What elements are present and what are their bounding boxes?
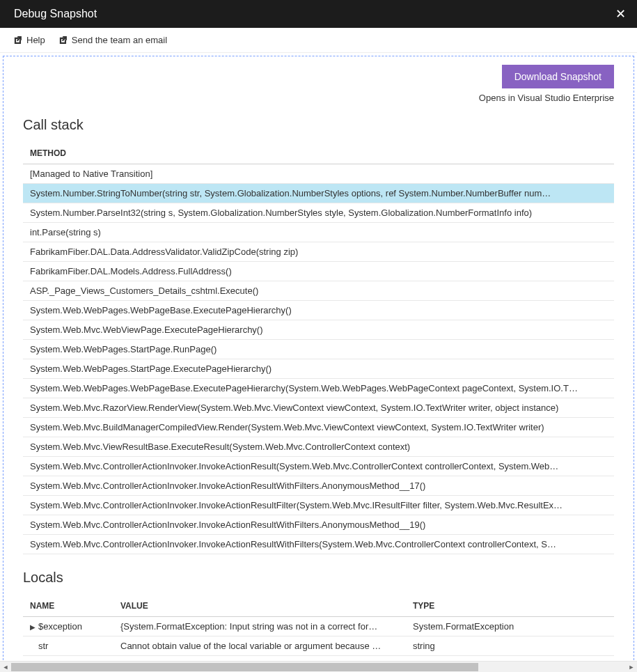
callstack-method: System.Web.WebPages.StartPage.ExecutePag… [23, 359, 614, 379]
locals-row[interactable]: ▶$exception{System.FormatException: Inpu… [23, 617, 614, 636]
callstack-row[interactable]: System.Number.StringToNumber(string str,… [23, 184, 614, 203]
help-label: Help [26, 35, 45, 45]
locals-type: string [406, 636, 614, 656]
callstack-method: System.Web.Mvc.ControllerActionInvoker.I… [23, 535, 614, 554]
callstack-row[interactable]: System.Web.WebPages.StartPage.RunPage() [23, 340, 614, 359]
callstack-row[interactable]: System.Web.Mvc.ControllerActionInvoker.I… [23, 535, 614, 554]
scroll-left-icon[interactable]: ◄ [0, 662, 11, 673]
locals-value: Cannot obtain value of the local variabl… [113, 656, 406, 662]
locals-row[interactable]: optionsCannot obtain value of the local … [23, 656, 614, 662]
callstack-row[interactable]: FabrikamFiber.DAL.Models.Address.FullAdd… [23, 262, 614, 281]
callstack-row[interactable]: int.Parse(string s) [23, 223, 614, 242]
locals-name: str [23, 636, 113, 656]
locals-name: options [23, 656, 113, 662]
callstack-header-method: METHOD [23, 143, 614, 164]
callstack-row[interactable]: [Managed to Native Transition] [23, 164, 614, 184]
scroll-track[interactable] [11, 662, 626, 672]
callstack-method: System.Web.Mvc.ControllerActionInvoker.I… [23, 515, 614, 535]
callstack-method: System.Web.Mvc.BuildManagerCompiledView.… [23, 418, 614, 437]
scroll-right-icon[interactable]: ► [626, 662, 637, 673]
callstack-method: System.Web.Mvc.WebViewPage.ExecutePageHi… [23, 320, 614, 340]
callstack-title: Call stack [23, 117, 614, 133]
download-snapshot-button[interactable]: Download Snapshot [502, 65, 614, 88]
content-scroll[interactable]: Download Snapshot Opens in Visual Studio… [0, 53, 637, 661]
locals-table: NAME VALUE TYPE ▶$exception{System.Forma… [23, 595, 614, 661]
horizontal-scrollbar[interactable]: ◄ ► [0, 661, 637, 672]
callstack-row[interactable]: System.Web.WebPages.WebPageBase.ExecuteP… [23, 301, 614, 320]
window-title: Debug Snapshot [14, 8, 97, 20]
toolbar: Help Send the team an email [0, 28, 637, 53]
content-panel: Download Snapshot Opens in Visual Studio… [3, 56, 634, 661]
callstack-row[interactable]: System.Web.Mvc.BuildManagerCompiledView.… [23, 418, 614, 437]
locals-type: System.FormatException [406, 617, 614, 636]
locals-value: Cannot obtain value of the local variabl… [113, 636, 406, 656]
top-action-area: Download Snapshot Opens in Visual Studio… [23, 65, 614, 103]
locals-name: ▶$exception [23, 617, 113, 636]
callstack-table: METHOD [Managed to Native Transition]Sys… [23, 143, 614, 554]
callstack-row[interactable]: System.Web.Mvc.WebViewPage.ExecutePageHi… [23, 320, 614, 340]
locals-header-type: TYPE [406, 595, 614, 617]
callstack-row[interactable]: ASP._Page_Views_Customers_Details_cshtml… [23, 281, 614, 301]
callstack-method: [Managed to Native Transition] [23, 164, 614, 184]
locals-value: {System.FormatException: Input string wa… [113, 617, 406, 636]
callstack-method: System.Web.Mvc.ControllerActionInvoker.I… [23, 476, 614, 496]
callstack-method: System.Web.WebPages.WebPageBase.ExecuteP… [23, 379, 614, 398]
locals-type: System.Globalization.NumberStyles [406, 656, 614, 662]
callstack-method: System.Web.Mvc.RazorView.RenderView(Syst… [23, 398, 614, 418]
locals-header-value: VALUE [113, 595, 406, 617]
external-link-icon [13, 36, 22, 45]
locals-header-name: NAME [23, 595, 113, 617]
external-link-icon [58, 36, 68, 45]
callstack-method: System.Web.WebPages.WebPageBase.ExecuteP… [23, 301, 614, 320]
download-hint: Opens in Visual Studio Enterprise [479, 93, 614, 103]
callstack-row[interactable]: System.Web.Mvc.RazorView.RenderView(Syst… [23, 398, 614, 418]
callstack-row[interactable]: System.Web.Mvc.ViewResultBase.ExecuteRes… [23, 437, 614, 457]
email-link[interactable]: Send the team an email [58, 35, 167, 45]
callstack-row[interactable]: System.Web.Mvc.ControllerActionInvoker.I… [23, 457, 614, 476]
callstack-row[interactable]: FabrikamFiber.DAL.Data.AddressValidator.… [23, 242, 614, 262]
callstack-row[interactable]: System.Web.Mvc.ControllerActionInvoker.I… [23, 476, 614, 496]
callstack-row[interactable]: System.Number.ParseInt32(string s, Syste… [23, 203, 614, 223]
callstack-method: System.Number.StringToNumber(string str,… [23, 184, 614, 203]
locals-row[interactable]: strCannot obtain value of the local vari… [23, 636, 614, 656]
callstack-method: FabrikamFiber.DAL.Data.AddressValidator.… [23, 242, 614, 262]
callstack-method: System.Web.Mvc.ControllerActionInvoker.I… [23, 496, 614, 515]
help-link[interactable]: Help [13, 35, 45, 45]
locals-title: Locals [23, 570, 614, 586]
callstack-row[interactable]: System.Web.Mvc.ControllerActionInvoker.I… [23, 496, 614, 515]
callstack-method: System.Number.ParseInt32(string s, Syste… [23, 203, 614, 223]
callstack-row[interactable]: System.Web.WebPages.StartPage.ExecutePag… [23, 359, 614, 379]
callstack-method: ASP._Page_Views_Customers_Details_cshtml… [23, 281, 614, 301]
close-icon[interactable]: ✕ [612, 6, 629, 22]
callstack-method: FabrikamFiber.DAL.Models.Address.FullAdd… [23, 262, 614, 281]
expand-icon[interactable]: ▶ [30, 623, 37, 631]
callstack-method: System.Web.Mvc.ControllerActionInvoker.I… [23, 457, 614, 476]
callstack-row[interactable]: System.Web.Mvc.ControllerActionInvoker.I… [23, 515, 614, 535]
callstack-method: int.Parse(string s) [23, 223, 614, 242]
email-label: Send the team an email [72, 35, 167, 45]
callstack-method: System.Web.Mvc.ViewResultBase.ExecuteRes… [23, 437, 614, 457]
callstack-method: System.Web.WebPages.StartPage.RunPage() [23, 340, 614, 359]
callstack-row[interactable]: System.Web.WebPages.WebPageBase.ExecuteP… [23, 379, 614, 398]
scroll-thumb[interactable] [11, 663, 478, 671]
titlebar: Debug Snapshot ✕ [0, 0, 637, 28]
